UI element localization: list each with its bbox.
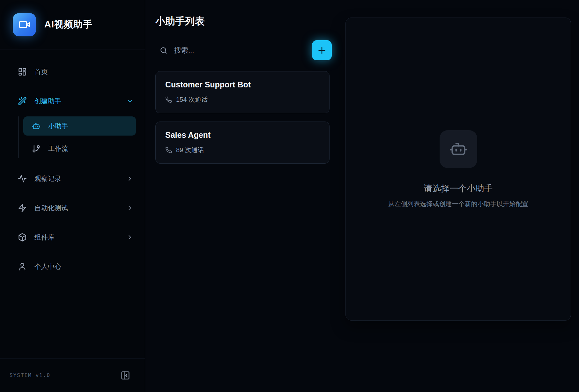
app-title: AI视频助手 <box>44 18 93 31</box>
search-icon <box>160 46 168 55</box>
video-camera-icon <box>19 18 31 31</box>
sidebar-item-component-library[interactable]: 组件库 <box>8 228 136 246</box>
assistant-list: Customer Support Bot 154 次通话 Sales Agent… <box>155 71 330 164</box>
search-row <box>155 40 332 60</box>
magic-wand-icon <box>18 97 27 106</box>
user-icon <box>18 262 27 271</box>
zap-icon <box>18 203 27 212</box>
sidebar: AI视频助手 首页 创建助手 小助手 <box>0 0 145 392</box>
empty-state-title: 请选择一个小助手 <box>424 183 493 194</box>
assistant-name: Sales Agent <box>165 130 320 140</box>
empty-state: 请选择一个小助手 从左侧列表选择或创建一个新的小助手以开始配置 <box>388 130 529 208</box>
assistant-call-count: 89 次通话 <box>176 146 204 154</box>
assistant-detail-panel: 请选择一个小助手 从左侧列表选择或创建一个新的小助手以开始配置 <box>345 18 571 321</box>
bot-icon <box>449 140 468 158</box>
sidebar-item-label: 组件库 <box>34 233 55 242</box>
search-input[interactable] <box>174 46 279 55</box>
assistant-card[interactable]: Sales Agent 89 次通话 <box>155 122 330 164</box>
app-logo <box>13 13 36 36</box>
collapse-sidebar-button[interactable] <box>121 371 130 380</box>
sidebar-header: AI视频助手 <box>0 0 145 49</box>
phone-icon <box>165 96 172 103</box>
sidebar-item-label: 小助手 <box>48 122 68 130</box>
sidebar-footer: SYSTEM v1.0 <box>0 358 145 392</box>
git-branch-icon <box>32 144 41 153</box>
chevron-right-icon <box>126 204 133 211</box>
assistant-name: Customer Support Bot <box>165 80 320 89</box>
sidebar-item-assistants[interactable]: 小助手 <box>23 116 136 136</box>
phone-icon <box>165 147 172 153</box>
sidebar-item-label: 首页 <box>34 67 48 76</box>
dashboard-icon <box>18 67 27 76</box>
sidebar-item-label: 观察记录 <box>34 174 61 183</box>
sidebar-item-profile[interactable]: 个人中心 <box>8 258 136 276</box>
sidebar-item-label: 工作流 <box>48 144 68 153</box>
sidebar-nav: 首页 创建助手 小助手 工作流 <box>0 49 145 358</box>
chevron-right-icon <box>126 175 133 182</box>
chevron-right-icon <box>126 234 133 241</box>
sidebar-item-label: 自动化测试 <box>34 203 68 212</box>
sidebar-item-home[interactable]: 首页 <box>8 63 136 81</box>
assistant-detail-column: 请选择一个小助手 从左侧列表选择或创建一个新的小助手以开始配置 <box>345 0 579 392</box>
add-assistant-button[interactable] <box>312 40 332 60</box>
assistant-card[interactable]: Customer Support Bot 154 次通话 <box>155 71 330 113</box>
panel-collapse-icon <box>121 371 130 380</box>
sidebar-item-label: 创建助手 <box>34 97 61 106</box>
sidebar-item-observation[interactable]: 观察记录 <box>8 170 136 188</box>
sidebar-item-create-assistant[interactable]: 创建助手 <box>8 92 136 110</box>
plus-icon <box>317 45 327 55</box>
chevron-down-icon <box>126 98 133 105</box>
assistant-list-panel: 小助手列表 Customer Support Bot <box>145 0 345 392</box>
create-assistant-submenu: 小助手 工作流 <box>19 116 136 158</box>
empty-state-icon-box <box>440 130 477 168</box>
system-version: SYSTEM v1.0 <box>10 372 50 378</box>
assistant-meta: 89 次通话 <box>165 146 320 154</box>
sidebar-item-automation-test[interactable]: 自动化测试 <box>8 199 136 217</box>
sidebar-item-workflow[interactable]: 工作流 <box>23 139 136 158</box>
assistant-meta: 154 次通话 <box>165 95 320 104</box>
bot-icon <box>32 122 41 130</box>
activity-icon <box>18 174 27 183</box>
main-content: 小助手列表 Customer Support Bot <box>145 0 579 392</box>
search-box <box>155 46 312 55</box>
sidebar-item-label: 个人中心 <box>34 262 61 271</box>
page-title: 小助手列表 <box>155 15 345 28</box>
empty-state-subtitle: 从左侧列表选择或创建一个新的小助手以开始配置 <box>388 200 529 208</box>
box-icon <box>18 233 27 242</box>
assistant-call-count: 154 次通话 <box>176 95 208 104</box>
